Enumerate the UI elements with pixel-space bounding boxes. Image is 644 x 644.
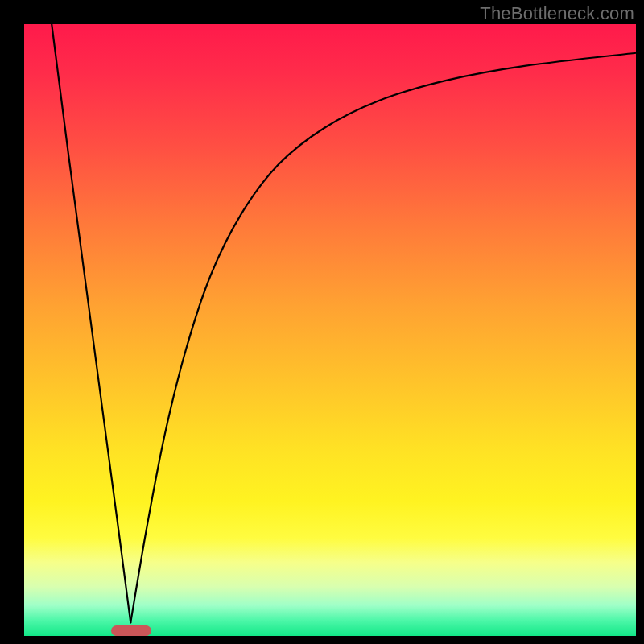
chart-frame: TheBottleneck.com [0,0,644,644]
optimum-marker [111,625,151,636]
watermark-text: TheBottleneck.com [480,3,634,24]
curve-right-ascend [130,53,636,623]
curve-left-descent [52,24,130,622]
plot-area [24,24,636,636]
bottleneck-curve [24,24,636,636]
